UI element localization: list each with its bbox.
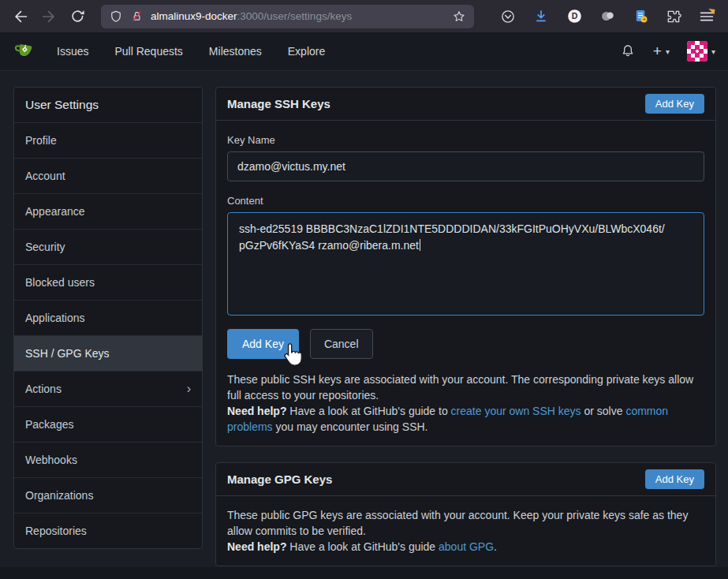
plus-icon: + [653, 43, 662, 60]
gitea-teacup-icon [13, 40, 35, 63]
gpg-panel-title: Manage GPG Keys [227, 473, 332, 486]
sidebar-item-profile[interactable]: Profile [14, 122, 202, 158]
notifications-button[interactable] [620, 43, 636, 59]
about-gpg-link[interactable]: about GPG [439, 540, 494, 553]
ssh-help-line1: These public SSH keys are associated wit… [227, 372, 704, 403]
user-menu-dropdown[interactable]: ▾ [687, 41, 715, 62]
chevron-right-icon: › [187, 382, 191, 396]
bookmark-star-icon[interactable] [452, 9, 466, 24]
browser-toolbar: almalinux9-docker:3000/user/settings/key… [0, 0, 728, 32]
sidebar-item-security[interactable]: Security [14, 229, 202, 264]
reload-button[interactable] [65, 5, 90, 28]
sidebar-item-packages[interactable]: Packages [14, 406, 202, 442]
sidebar-item-repositories[interactable]: Repositories [14, 513, 202, 548]
nav-pull-requests[interactable]: Pull Requests [114, 39, 182, 64]
sidebar-item-blocked-users[interactable]: Blocked users [14, 264, 202, 300]
ssh-panel-title: Manage SSH Keys [227, 97, 330, 110]
identicon-avatar-icon [687, 41, 707, 62]
url-bar[interactable]: almalinux9-docker:3000/user/settings/key… [101, 5, 474, 28]
url-host: almalinux9-docker [151, 10, 237, 22]
cancel-button[interactable]: Cancel [310, 329, 373, 359]
ssh-help-text: These public SSH keys are associated wit… [227, 372, 704, 435]
gpg-help-line2: Need help? Have a look at GitHub's guide… [227, 539, 704, 555]
reload-icon [69, 8, 86, 24]
chevron-down-icon: ▾ [711, 47, 715, 56]
key-name-label: Key Name [227, 134, 704, 146]
avatar [687, 41, 707, 62]
tracking-shield-icon[interactable] [109, 9, 123, 24]
create-ssh-keys-link[interactable]: create your own SSH keys [451, 405, 581, 417]
downloads-icon[interactable] [531, 5, 551, 28]
sidebar-item-account[interactable]: Account [14, 158, 202, 193]
bell-icon [620, 43, 636, 59]
translate-extension-icon[interactable] [630, 5, 651, 28]
key-name-input[interactable] [227, 151, 704, 181]
key-content-line1: ssh-ed25519 BBBBC3NzaC1lZDI1NTE5DDDDIDAN… [239, 221, 693, 237]
toolbar-extensions: D [498, 5, 720, 28]
sidebar-title: User Settings [14, 88, 202, 122]
page-footer [0, 567, 728, 579]
gpg-add-key-toggle-button[interactable]: Add Key [645, 469, 704, 489]
sidebar-item-ssh-gpg-keys[interactable]: SSH / GPG Keys [14, 335, 202, 371]
nav-issues[interactable]: Issues [57, 39, 88, 64]
sidebar-item-actions[interactable]: Actions › [14, 371, 202, 406]
back-arrow-icon [12, 8, 29, 25]
gpg-help-text: These public GPG keys are associated wit… [227, 507, 704, 555]
pocket-icon[interactable] [498, 5, 518, 28]
settings-sidebar: User Settings Profile Account Appearance… [13, 87, 203, 549]
extension-gray-icon[interactable] [597, 5, 618, 28]
text-caret [420, 239, 421, 251]
gpg-help-line1: These public GPG keys are associated wit… [227, 507, 704, 539]
sidebar-item-appearance[interactable]: Appearance [14, 193, 202, 229]
menu-hamburger-icon[interactable] [696, 5, 717, 28]
create-new-dropdown[interactable]: + ▾ [653, 43, 670, 60]
forward-button[interactable] [36, 5, 62, 28]
url-text: almalinux9-docker:3000/user/settings/key… [151, 10, 445, 22]
extensions-puzzle-icon[interactable] [663, 5, 684, 28]
svg-text:D: D [571, 11, 577, 21]
manage-ssh-keys-panel: Manage SSH Keys Add Key Key Name Content… [215, 87, 716, 446]
back-button[interactable] [8, 5, 33, 28]
sidebar-item-applications[interactable]: Applications [14, 300, 202, 335]
gitea-navbar: Issues Pull Requests Milestones Explore … [0, 32, 728, 71]
add-key-submit-button[interactable]: Add Key [227, 329, 299, 359]
sidebar-item-webhooks[interactable]: Webhooks [14, 442, 202, 477]
forward-arrow-icon [40, 8, 58, 25]
ssh-add-key-toggle-button[interactable]: Add Key [645, 94, 704, 114]
gitea-logo[interactable] [13, 39, 36, 63]
ssh-help-line2: Need help? Have a look at GitHub's guide… [227, 403, 704, 435]
manage-gpg-keys-panel: Manage GPG Keys Add Key These public GPG… [215, 462, 716, 566]
nav-milestones[interactable]: Milestones [209, 39, 262, 64]
nav-explore[interactable]: Explore [288, 39, 325, 64]
sidebar-item-organizations[interactable]: Organizations [14, 477, 202, 513]
chevron-down-icon: ▾ [666, 47, 670, 56]
darkreader-extension-icon[interactable]: D [564, 5, 584, 28]
key-content-line2: pGzPv6fKYaS4 rzamo@ribera.m.net [239, 237, 693, 254]
key-content-textarea[interactable]: ssh-ed25519 BBBBC3NzaC1lZDI1NTE5DDDDIDAN… [227, 212, 704, 316]
insecure-lock-icon[interactable] [130, 9, 144, 23]
url-path: :3000/user/settings/keys [237, 10, 353, 22]
content-label: Content [227, 195, 704, 207]
